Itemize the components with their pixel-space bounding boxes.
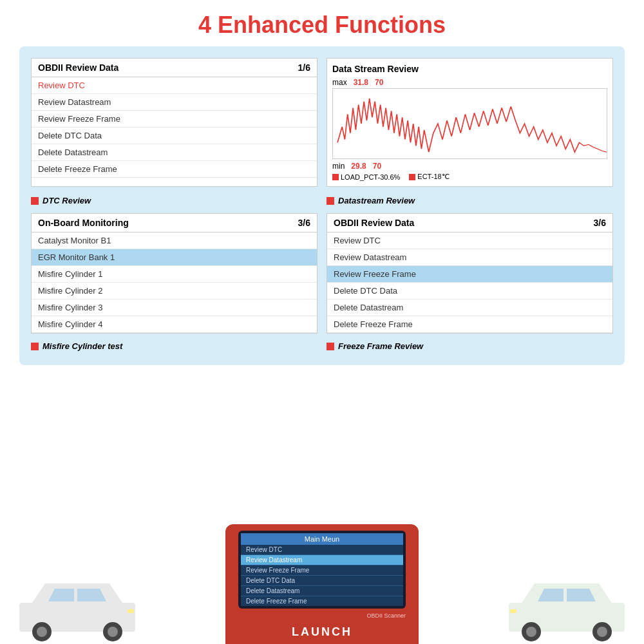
device-menu-title: Main Meun: [241, 533, 403, 545]
label-sq-1: [31, 197, 39, 205]
panel1-page: 1/6: [298, 62, 310, 73]
panel3-row-1[interactable]: EGR Monitor Bank 1: [32, 249, 317, 266]
ds-min-val1: 29.8: [351, 162, 366, 171]
car-left-svg: [13, 571, 142, 641]
svg-rect-8: [128, 609, 134, 613]
panel1-header: OBDII Review Data 1/6: [32, 59, 317, 77]
panel3-row-0[interactable]: Catalyst Monitor B1: [32, 232, 317, 249]
bottom-grid: On-Board Monitoring 3/6 Catalyst Monitor…: [31, 213, 613, 334]
panel3-header: On-Board Monitoring 3/6: [32, 214, 317, 232]
obdii-review-panel-1: OBDII Review Data 1/6 Review DTC Review …: [31, 58, 317, 187]
svg-rect-17: [510, 609, 516, 613]
legend-label-2: ECT-18℃: [417, 173, 449, 181]
panel3-row-5[interactable]: Misfire Cylinder 4: [32, 316, 317, 333]
top-grid: OBDII Review Data 1/6 Review DTC Review …: [31, 58, 613, 187]
svg-point-16: [597, 627, 607, 637]
panel4-row-2[interactable]: Review Freeze Frame: [327, 266, 612, 283]
ds-legend: LOAD_PCT-30.6% ECT-18℃: [332, 173, 607, 181]
svg-point-14: [526, 627, 536, 637]
label-misfire: Misfire Cylinder test: [31, 341, 317, 351]
svg-point-5: [37, 627, 47, 637]
ds-max-label: max: [332, 78, 347, 87]
ds-title: Data Stream Review: [332, 64, 607, 74]
device-row-0[interactable]: Review DTC: [241, 545, 403, 555]
device-row-2[interactable]: Review Freeze Frame: [241, 565, 403, 576]
label-freeze-frame: Freeze Frame Review: [327, 341, 613, 351]
ds-min-val2: 70: [373, 162, 381, 171]
chart-svg: [333, 89, 607, 158]
label-dtc-review: DTC Review: [31, 196, 317, 205]
title-plain: 4 Enhanced: [198, 12, 335, 38]
ds-min-label: min: [332, 162, 345, 171]
scanner-label: OBDII Scanner: [238, 611, 406, 621]
ds-legend-1: LOAD_PCT-30.6%: [332, 173, 400, 181]
device-cars-area: Main Meun Review DTC Review Datastream R…: [0, 502, 644, 644]
on-board-monitoring-panel: On-Board Monitoring 3/6 Catalyst Monitor…: [31, 213, 317, 334]
panel1-row-4[interactable]: Delete Datastream: [32, 144, 317, 161]
page-title: 4 Enhanced Functions: [0, 0, 644, 46]
obdii-review-panel-2: OBDII Review Data 3/6 Review DTC Review …: [327, 213, 613, 334]
panel3-row-4[interactable]: Misfire Cylinder 3: [32, 299, 317, 316]
device-row-5[interactable]: Delete Freeze Frame: [241, 596, 403, 606]
label-sq-3: [31, 343, 39, 350]
brand-label: LAUNCH: [238, 621, 406, 644]
panel1-row-5[interactable]: Delete Freeze Frame: [32, 161, 317, 178]
title-red: Functions: [335, 12, 446, 38]
labels-row-top: DTC Review Datastream Review: [31, 193, 613, 211]
ds-max-val2: 70: [375, 78, 383, 87]
labels-row-bottom: Misfire Cylinder test Freeze Frame Revie…: [31, 339, 613, 356]
panel4-row-3[interactable]: Delete DTC Data: [327, 283, 612, 299]
ds-chart-area: [332, 88, 607, 159]
panel4-row-4[interactable]: Delete Datastream: [327, 299, 612, 316]
label-text-2: Datastream Review: [338, 196, 415, 205]
device-container: Main Meun Review DTC Review Datastream R…: [225, 524, 419, 644]
label-sq-4: [327, 343, 334, 350]
ds-max-row: max 31.8 70: [332, 78, 607, 87]
panel1-title: OBDII Review Data: [38, 62, 118, 73]
panel1-row-0[interactable]: Review DTC: [32, 77, 317, 94]
ds-max-val1: 31.8: [354, 78, 368, 87]
panel4-page: 3/6: [594, 218, 606, 228]
panel4-row-1[interactable]: Review Datastream: [327, 249, 612, 266]
label-text-3: Misfire Cylinder test: [43, 341, 122, 351]
label-text-1: DTC Review: [43, 196, 91, 205]
device-row-3[interactable]: Delete DTC Data: [241, 576, 403, 586]
car-right-svg: [502, 571, 631, 641]
car-right-area: [502, 571, 631, 644]
ds-min-row: min 29.8 70: [332, 162, 607, 171]
label-datastream-review: Datastream Review: [327, 196, 613, 205]
panel3-row-3[interactable]: Misfire Cylinder 2: [32, 283, 317, 299]
panel3-page: 3/6: [298, 218, 310, 228]
device-row-4[interactable]: Delete Datastream: [241, 586, 403, 596]
brand-text: LAUNCH: [292, 625, 352, 638]
car-left-area: [13, 571, 142, 644]
panel4-row-5[interactable]: Delete Freeze Frame: [327, 316, 612, 333]
panel1-row-2[interactable]: Review Freeze Frame: [32, 111, 317, 128]
panel1-row-1[interactable]: Review Datastream: [32, 94, 317, 111]
data-stream-panel: Data Stream Review max 31.8 70 min 29.8 …: [327, 58, 613, 187]
panel3-row-2[interactable]: Misfire Cylinder 1: [32, 266, 317, 283]
main-background: OBDII Review Data 1/6 Review DTC Review …: [19, 46, 625, 365]
panel4-row-0[interactable]: Review DTC: [327, 232, 612, 249]
legend-label-1: LOAD_PCT-30.6%: [341, 173, 400, 181]
device-screen: Main Meun Review DTC Review Datastream R…: [238, 531, 406, 609]
panel3-title: On-Board Monitoring: [38, 218, 129, 228]
panel1-row-3[interactable]: Delete DTC Data: [32, 128, 317, 144]
ds-legend-2: ECT-18℃: [409, 173, 449, 181]
panel4-title: OBDII Review Data: [334, 218, 414, 228]
legend-sq-1: [332, 174, 339, 180]
panel4-header: OBDII Review Data 3/6: [327, 214, 612, 232]
label-sq-2: [327, 197, 334, 205]
device-row-1[interactable]: Review Datastream: [241, 555, 403, 565]
label-text-4: Freeze Frame Review: [338, 341, 423, 351]
legend-sq-2: [409, 174, 415, 180]
svg-point-7: [108, 627, 118, 637]
device-body: Main Meun Review DTC Review Datastream R…: [225, 524, 419, 644]
